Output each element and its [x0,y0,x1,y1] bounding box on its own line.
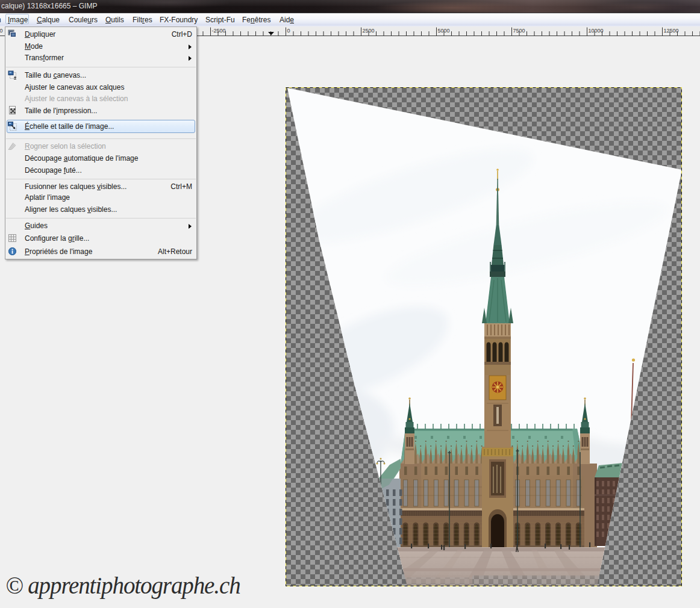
svg-text:7500: 7500 [513,28,525,34]
svg-text:0: 0 [287,28,290,34]
svg-text:10000: 10000 [589,28,604,34]
svg-text:12500: 12500 [664,28,679,34]
svg-text:2500: 2500 [363,28,375,34]
svg-text:5000: 5000 [438,28,450,34]
svg-text:-2500: -2500 [212,28,226,34]
svg-text:-10000: -10000 [0,28,3,34]
